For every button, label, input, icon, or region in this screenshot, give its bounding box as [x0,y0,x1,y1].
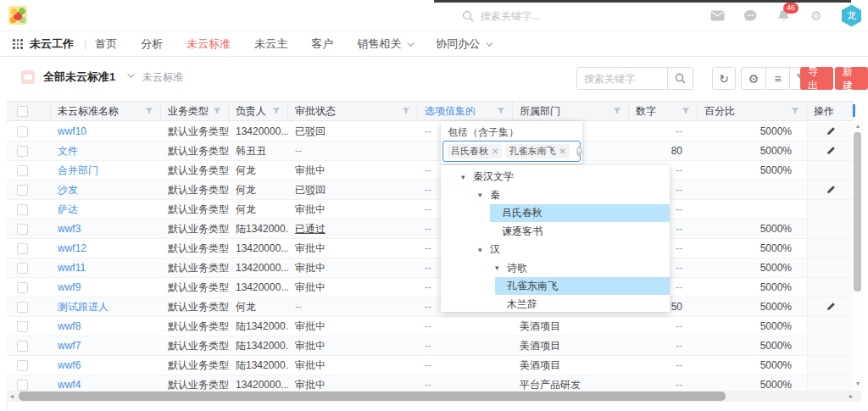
list-view-icon[interactable]: ≡ [765,68,789,89]
tree-expand-icon[interactable]: ▾ [495,264,507,272]
column-filter-icon[interactable] [272,107,281,115]
tree-item-木兰辞[interactable]: 木兰辞 [441,296,670,313]
column-filter-icon[interactable] [402,107,410,115]
row-checkbox[interactable] [17,224,28,235]
column-filter-icon[interactable] [145,107,153,115]
cell-name[interactable]: 合并部门 [51,161,161,180]
cell-type: 默认业务类型 [161,219,229,238]
tree-expand-icon[interactable]: ▾ [478,246,490,254]
list-search-input[interactable] [577,68,667,89]
row-checkbox[interactable] [17,380,28,391]
tree-expand-icon[interactable]: ▾ [478,191,490,199]
tree-expand-icon[interactable]: ▾ [461,173,473,181]
nav-item-未云标准[interactable]: 未云标准 [186,36,231,52]
nav-item-未云主[interactable]: 未云主 [254,36,287,52]
export-button[interactable]: 导出 [800,67,833,90]
nav-bar: 未云工作 | 首页分析未云标准未云主客户销售相关协同办公 [0,32,868,57]
cell-owner: 何龙 [229,181,288,199]
filter-tag[interactable]: 吕氏春秋✕ [448,144,502,158]
column-filter-icon[interactable] [497,107,505,115]
row-checkbox[interactable] [17,185,28,196]
cell-name[interactable]: wwf7 [51,336,161,355]
filter-tag[interactable]: 孔雀东南飞✕ [505,144,569,158]
nav-item-分析[interactable]: 分析 [141,36,163,52]
cell-name[interactable]: wwf11 [51,258,161,277]
row-checkbox[interactable] [17,341,28,352]
tree-item-秦汉文学[interactable]: ▾秦汉文学 [441,168,670,186]
scroll-right-icon[interactable]: ▸ [849,392,853,400]
bell-icon[interactable]: 46 [776,8,791,24]
scroll-down-icon[interactable]: ▾ [853,380,863,387]
edit-icon[interactable] [826,185,836,195]
row-checkbox[interactable] [17,126,28,137]
column-filter-icon[interactable] [613,107,621,115]
scroll-left-icon[interactable]: ◂ [7,392,17,400]
workspace-title[interactable]: 未云工作 [30,36,74,52]
tree-item-汉[interactable]: ▾汉 [441,241,670,258]
tags-input[interactable]: 吕氏春秋✕孔雀东南飞✕ ✕ [442,141,581,162]
search-icon[interactable] [667,68,693,89]
cell-status: 审批中 [288,239,418,258]
cell-name[interactable]: wwf3 [51,219,161,238]
mail-icon[interactable] [709,8,725,24]
tag-remove-icon[interactable]: ✕ [492,147,498,156]
cell-name[interactable]: wwf12 [51,239,161,258]
toolbar: 全部未云标准1 未云标准 ↻ ⚙ ≡ 导出 新建 [7,58,868,100]
nav-item-首页[interactable]: 首页 [95,36,117,52]
nav-item-客户[interactable]: 客户 [311,36,333,52]
cell-status: 已驳回 [288,122,418,141]
settings-icon[interactable]: ⚙ [742,68,765,89]
column-filter-icon[interactable] [682,107,690,115]
tag-remove-icon[interactable]: ✕ [559,147,565,156]
scroll-up-icon[interactable]: ▴ [853,122,863,130]
tree-item-秦[interactable]: ▾秦 [441,186,670,204]
vertical-scroll-thumb[interactable] [854,132,861,292]
column-filter-icon[interactable] [213,107,221,115]
global-search[interactable] [462,7,608,25]
cell-name[interactable]: 文件 [51,142,161,160]
horizontal-scroll-thumb[interactable] [19,392,726,401]
refresh-button[interactable]: ↻ [712,67,736,90]
nav-item-销售相关[interactable]: 销售相关 [357,36,412,52]
row-checkbox[interactable] [17,263,28,274]
row-checkbox[interactable] [17,302,28,313]
row-checkbox[interactable] [17,165,28,176]
row-action-cell [807,239,853,258]
clear-icon[interactable]: ✕ [576,146,583,157]
row-checkbox[interactable] [17,146,28,157]
chat-icon[interactable] [743,8,758,24]
cell-name[interactable]: wwf6 [51,356,161,375]
cell-name[interactable]: 测试跟进人 [51,297,161,316]
cell-name[interactable]: wwf9 [51,278,161,297]
view-title[interactable]: 全部未云标准1 [43,69,115,85]
row-checkbox[interactable] [17,321,28,332]
column-label: 审批状态 [295,104,336,119]
cell-name[interactable]: wwf10 [51,122,161,141]
app-grid-icon[interactable] [13,39,23,49]
row-checkbox[interactable] [17,360,28,371]
row-checkbox[interactable] [17,243,28,254]
global-search-input[interactable] [481,10,608,22]
row-checkbox[interactable] [17,204,28,215]
tree-item-吕氏春秋[interactable]: 吕氏春秋 [441,204,670,222]
app-logo[interactable] [8,6,27,25]
create-button[interactable]: 新建 [835,67,868,90]
edit-icon[interactable] [826,146,836,156]
cell-name[interactable]: wwf8 [51,317,161,336]
row-checkbox[interactable] [17,282,28,293]
chevron-down-icon[interactable] [127,70,134,77]
nav-item-协同办公[interactable]: 协同办公 [436,36,491,52]
cell-name[interactable]: 沙发 [51,181,161,199]
tree-item-孔雀东南飞[interactable]: 孔雀东南飞 [441,277,670,295]
select-all-checkbox[interactable] [17,106,28,117]
tree-item-谏逐客书[interactable]: 谏逐客书 [441,223,670,241]
gear-icon[interactable]: ⚙ [809,8,824,24]
avatar[interactable]: 龙 [842,5,861,27]
edit-icon[interactable] [826,126,836,136]
edit-icon[interactable] [826,302,836,312]
column-filter-icon[interactable] [791,107,799,115]
cell-name[interactable]: 萨达 [51,200,161,219]
row-action-cell [807,356,853,375]
row-action-cell [807,336,853,355]
tree-item-诗歌[interactable]: ▾诗歌 [441,259,670,277]
